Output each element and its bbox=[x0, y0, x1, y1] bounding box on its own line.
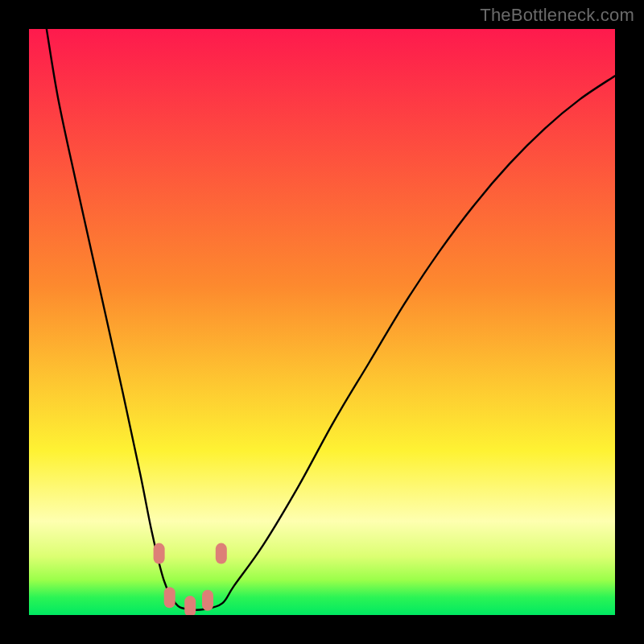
curve-marker bbox=[154, 543, 165, 564]
chart-frame bbox=[29, 29, 615, 615]
curve-marker bbox=[202, 590, 213, 611]
watermark-text: TheBottleneck.com bbox=[480, 5, 634, 26]
bottleneck-curve bbox=[47, 29, 615, 610]
curve-marker bbox=[216, 543, 227, 564]
chart-plot bbox=[29, 29, 615, 615]
curve-marker bbox=[184, 596, 196, 615]
curve-marker bbox=[164, 587, 175, 608]
